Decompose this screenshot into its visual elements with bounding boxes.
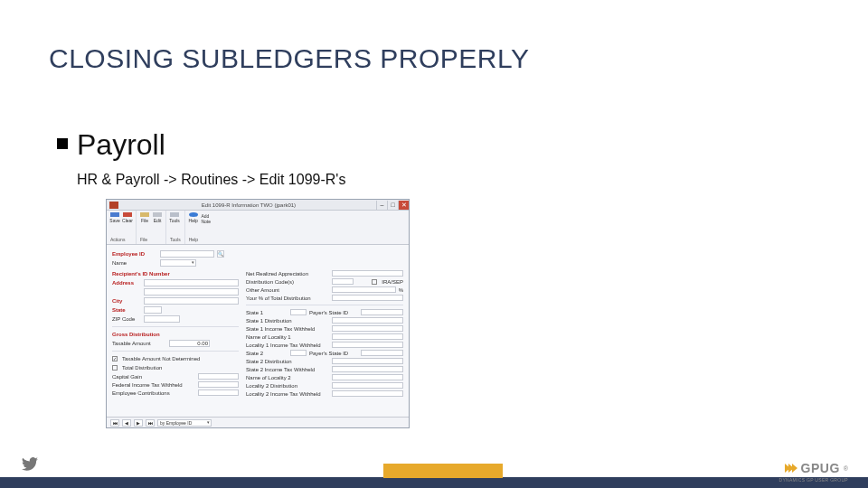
footer-accent xyxy=(383,464,503,478)
employee-id-field[interactable] xyxy=(160,250,214,258)
loc2-dist-field[interactable] xyxy=(332,382,403,389)
state2-field[interactable] xyxy=(290,350,307,356)
state2-dist-field[interactable] xyxy=(332,358,403,364)
ribbon-group-label: Tools xyxy=(170,237,181,242)
label-employee-id: Employee ID xyxy=(112,251,157,257)
label-other-amt: Other Amount xyxy=(246,287,329,293)
sort-by-combo[interactable]: by Employee ID xyxy=(157,419,212,427)
state1-field[interactable] xyxy=(290,309,307,315)
employee-lookup-icon[interactable]: 🔍 xyxy=(217,250,224,258)
label-state1: State 1 xyxy=(246,310,288,315)
logo-subtitle: DYNAMICS GP USER GROUP xyxy=(778,477,848,483)
nav-last-button[interactable]: ⏭ xyxy=(146,419,155,427)
label-state: State xyxy=(112,307,141,313)
file-button[interactable]: File xyxy=(140,212,149,223)
clear-button[interactable]: Clear xyxy=(123,212,132,223)
bullet-row: Payroll xyxy=(57,128,165,162)
ribbon: Save Clear Actions File Edit File Tools … xyxy=(107,211,409,245)
payer-state1-field[interactable] xyxy=(361,309,403,315)
add-note-button[interactable]: Add Note xyxy=(202,212,211,223)
ribbon-group-actions: Save Clear Actions xyxy=(107,211,137,244)
label-recipients-id: Recipient's ID Number xyxy=(112,271,170,277)
nav-next-button[interactable]: ▶ xyxy=(134,419,143,427)
label-emp-contrib: Employee Contributions xyxy=(112,390,195,396)
close-button[interactable]: ✕ xyxy=(398,201,409,210)
label-taxable-amt: Taxable Amount xyxy=(112,341,166,346)
ribbon-group-label: Actions xyxy=(110,237,132,242)
loc1-tax-field[interactable] xyxy=(332,342,403,348)
label-dist-codes: Distribution Code(s) xyxy=(246,279,329,285)
help-button[interactable]: Help xyxy=(189,212,198,223)
screenshot-edit-1099r: Edit 1099-R Information TWO (jpark01) – … xyxy=(106,199,410,428)
ribbon-group-label: File xyxy=(140,237,162,242)
label-state2: State 2 xyxy=(246,351,288,356)
city-field[interactable] xyxy=(144,297,239,305)
label-net-apprec: Net Realized Appreciation xyxy=(246,271,329,277)
ribbon-group-help: Help Add Note Help xyxy=(185,211,214,244)
label-city: City xyxy=(112,298,141,304)
label-fed-tax-withheld: Federal Income Tax Withheld xyxy=(112,382,195,388)
bullet-text: Payroll xyxy=(77,128,165,162)
label-state1-dist: State 1 Distribution xyxy=(246,318,329,324)
pct-symbol: % xyxy=(399,287,403,293)
dist-code-field[interactable] xyxy=(332,278,354,285)
capital-gain-field[interactable] xyxy=(198,373,239,380)
address-field[interactable] xyxy=(144,279,239,286)
name-combo[interactable] xyxy=(160,259,196,267)
fed-tax-field[interactable] xyxy=(198,381,239,388)
pct-total-field[interactable] xyxy=(332,295,403,301)
window-titlebar: Edit 1099-R Information TWO (jpark01) – … xyxy=(107,200,409,211)
maximize-button[interactable]: □ xyxy=(387,201,398,210)
label-loc2-dist: Locality 2 Distribution xyxy=(246,383,329,389)
label-loc1-name: Name of Locality 1 xyxy=(246,334,329,340)
label-name: Name xyxy=(112,260,157,266)
label-ira-sep: IRA/SEP xyxy=(382,279,403,285)
net-apprec-field[interactable] xyxy=(332,270,403,277)
zip-field[interactable] xyxy=(144,315,180,323)
minimize-button[interactable]: – xyxy=(376,201,387,210)
app-icon xyxy=(109,202,118,209)
state2-tax-field[interactable] xyxy=(332,366,403,372)
state1-tax-field[interactable] xyxy=(332,325,403,332)
taxable-not-determined-checkbox[interactable]: ✓ xyxy=(112,356,118,361)
loc2-tax-field[interactable] xyxy=(332,390,403,397)
label-loc1-tax: Locality 1 Income Tax Withheld xyxy=(246,343,329,348)
state-field[interactable] xyxy=(144,306,162,314)
ira-sep-checkbox[interactable] xyxy=(372,279,377,285)
bullet-marker xyxy=(57,138,68,149)
logo-chevrons-icon xyxy=(787,464,797,473)
edit-button[interactable]: Edit xyxy=(153,212,162,223)
ribbon-group-label: Help xyxy=(189,237,211,242)
address2-field[interactable] xyxy=(144,288,239,296)
payer-state2-field[interactable] xyxy=(361,350,403,356)
label-state2-dist: State 2 Distribution xyxy=(246,359,329,364)
label-taxable-not-det: Taxable Amount Not Determined xyxy=(122,356,200,361)
footer xyxy=(0,468,868,488)
label-total-dist: Total Distribution xyxy=(122,365,162,371)
label-gross-dist: Gross Distribution xyxy=(112,332,166,337)
label-loc2-name: Name of Locality 2 xyxy=(246,375,329,380)
loc1-name-field[interactable] xyxy=(332,333,403,340)
registered-mark: ® xyxy=(844,465,848,472)
emp-contrib-field[interactable] xyxy=(198,389,239,396)
other-amt-field[interactable] xyxy=(332,286,396,293)
ribbon-group-file: File Edit File xyxy=(137,211,166,244)
nav-first-button[interactable]: ⏮ xyxy=(110,419,119,427)
label-zip: ZIP Code xyxy=(112,316,141,322)
total-distribution-checkbox[interactable] xyxy=(112,365,118,371)
label-loc2-tax: Locality 2 Income Tax Withheld xyxy=(246,391,329,397)
form-body: Employee ID 🔍 Name Recipient's ID Number… xyxy=(107,245,409,402)
label-state1-tax: State 1 Income Tax Withheld xyxy=(246,326,329,332)
loc2-name-field[interactable] xyxy=(332,374,403,380)
nav-prev-button[interactable]: ◀ xyxy=(122,419,131,427)
label-payer-state1: Payer's State ID xyxy=(309,310,358,315)
label-state2-tax: State 2 Income Tax Withheld xyxy=(246,367,329,372)
label-pct-total: Your % of Total Distribution xyxy=(246,296,329,301)
label-address: Address xyxy=(112,280,141,286)
nav-path: HR & Payroll -> Routines -> Edit 1099-R'… xyxy=(77,172,345,188)
twitter-icon xyxy=(22,456,38,475)
state1-dist-field[interactable] xyxy=(332,317,403,324)
save-button[interactable]: Save xyxy=(110,212,119,223)
tools-button[interactable]: Tools xyxy=(170,212,179,223)
taxable-amount-field[interactable]: 0.00 xyxy=(169,340,210,347)
